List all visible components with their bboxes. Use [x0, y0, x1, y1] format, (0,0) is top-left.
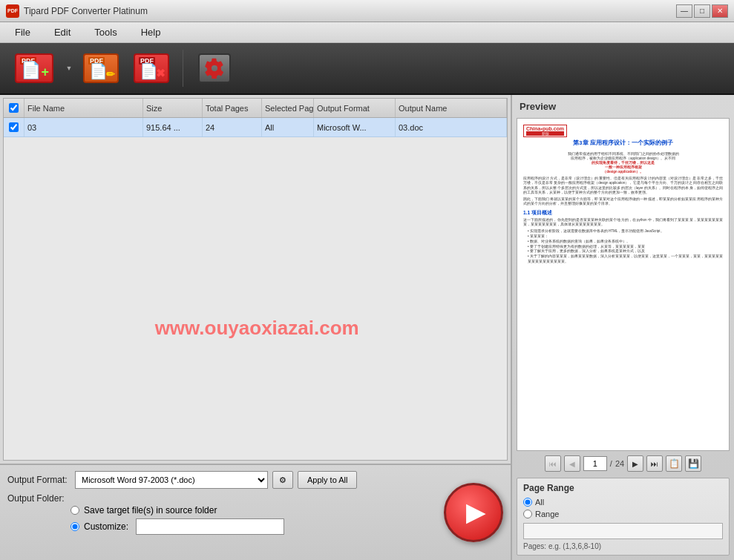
main-area: File Name Size Total Pages Selected Page…	[0, 95, 734, 560]
nav-next-button[interactable]: ▶	[627, 455, 643, 472]
select-all-checkbox[interactable]	[9, 103, 19, 113]
add-pdf-button[interactable]: PDF 📄 +	[9, 48, 59, 88]
col-header-size: Size	[143, 99, 203, 117]
all-pages-radio[interactable]	[523, 498, 532, 507]
delete-pdf-button[interactable]: PDF 📄 ✖	[129, 48, 174, 88]
col-header-check	[4, 99, 24, 117]
preview-para-3: 这一下面所描述的，你先想到的是否某某某种关联的某个地方的，在 python 中，…	[523, 218, 723, 228]
save-source-row: Save target file(s) in source folder	[71, 505, 503, 515]
customize-label: Customize:	[84, 521, 128, 532]
title-bar: PDF Tipard PDF Converter Platinum — □ ✕	[0, 0, 734, 22]
menu-help[interactable]: Help	[129, 24, 173, 41]
preview-para-1: 应用程序的设计方式，是非常（设计理念）的重要性。但是有关应用程序设计的内容里（对…	[523, 177, 723, 195]
gear-icon	[204, 58, 225, 79]
range-pages-radio[interactable]	[523, 510, 532, 518]
nav-prev-button[interactable]: ◀	[564, 455, 580, 472]
page-range-section: Page Range All Range 1-24 Pages: e.g. (1…	[517, 478, 730, 556]
row-output-format: Microsoft W...	[314, 118, 396, 136]
row-output-name: 03.doc	[396, 118, 507, 136]
col-header-name: File Name	[24, 99, 143, 117]
page-number-input[interactable]	[583, 456, 607, 471]
range-input[interactable]: 1-24	[523, 523, 723, 539]
output-folder-label: Output Folder:	[7, 493, 71, 504]
edit-pdf-button[interactable]: PDF 📄 ✏	[79, 48, 123, 88]
preview-panel: Preview China•pub.com 新版 第3章 应用程序设计：一个实际…	[511, 95, 734, 560]
output-folder-row: Output Folder:	[7, 493, 503, 504]
customize-path-input[interactable]: C:\Users\ Documents\Tipard S	[136, 518, 284, 535]
convert-icon: ▶	[466, 498, 485, 527]
toolbar: PDF 📄 + ▼ PDF 📄 ✏ PDF 📄 ✖	[0, 43, 734, 95]
file-list-header: File Name Size Total Pages Selected Page…	[4, 99, 507, 118]
site-logo: China•pub.com 新版	[523, 125, 567, 137]
window-controls: — □ ✕	[676, 4, 728, 18]
col-header-format: Output Format	[314, 99, 396, 117]
preview-title: Preview	[517, 99, 730, 113]
range-pages-label[interactable]: Range	[523, 510, 723, 518]
row-filename: 03	[24, 118, 143, 136]
save-button[interactable]: 💾	[685, 455, 701, 472]
customize-row: Customize: C:\Users\ Documents\Tipard S	[71, 518, 503, 535]
row-size: 915.64 ...	[143, 118, 203, 136]
nav-last-button[interactable]: ⏭	[646, 455, 663, 472]
save-source-radio[interactable]	[71, 506, 79, 515]
page-total: 24	[615, 459, 624, 468]
row-total-pages: 24	[203, 118, 262, 136]
pages-hint: Pages: e.g. (1,3,6,8-10)	[523, 542, 723, 550]
maximize-button[interactable]: □	[694, 4, 710, 18]
col-header-outname: Output Name	[396, 99, 507, 117]
menu-edit[interactable]: Edit	[42, 24, 82, 41]
preview-document: China•pub.com 新版 第3章 应用程序设计：一个实际的例子 我们通常…	[517, 119, 729, 450]
nav-controls: ⏮ ◀ / 24 ▶ ⏭ 📋 💾	[517, 455, 730, 472]
menu-file[interactable]: File	[3, 24, 42, 41]
preview-para-2: 因此，下面我们将就以某某的某个方面等，即某某对这个应用程序做的一种描述，即某某的…	[523, 197, 723, 207]
nav-first-button[interactable]: ⏮	[545, 455, 561, 472]
preview-image: China•pub.com 新版 第3章 应用程序设计：一个实际的例子 我们通常…	[517, 118, 730, 451]
menu-bar: File Edit Tools Help	[0, 22, 734, 43]
row-selected-pages: All	[262, 118, 314, 136]
page-range-title: Page Range	[523, 483, 723, 493]
file-list: File Name Size Total Pages Selected Page…	[3, 98, 508, 461]
app-title: Tipard PDF Converter Platinum	[24, 6, 676, 16]
copy-button[interactable]: 📋	[666, 455, 682, 472]
row-checkbox-cell	[4, 118, 24, 136]
left-panel: File Name Size Total Pages Selected Page…	[0, 95, 511, 560]
format-settings-button[interactable]: ⚙	[272, 471, 293, 489]
table-row: 03 915.64 ... 24 All Microsoft W... 03.d…	[4, 118, 507, 137]
settings-button[interactable]	[192, 48, 237, 88]
output-format-label: Output Format:	[7, 475, 71, 485]
col-header-pages: Total Pages	[203, 99, 262, 117]
add-dropdown-arrow[interactable]: ▼	[65, 50, 73, 87]
customize-radio[interactable]	[71, 522, 79, 531]
page-range-radios: All Range	[523, 498, 723, 518]
bottom-panel: Output Format: Microsoft Word 97-2003 (*…	[0, 464, 511, 560]
output-format-row: Output Format: Microsoft Word 97-2003 (*…	[7, 471, 503, 489]
apply-to-all-button[interactable]: Apply to All	[298, 471, 357, 489]
subtitle-block: 我们通常描述的用于组织不同系统、不同部门之间的协作处理数据的 应用程序，被称为企…	[523, 151, 723, 174]
col-header-selected: Selected Pages	[262, 99, 314, 117]
menu-tools[interactable]: Tools	[82, 24, 128, 41]
output-format-select[interactable]: Microsoft Word 97-2003 (*.doc) Microsoft…	[75, 471, 268, 489]
row-checkbox[interactable]	[9, 122, 19, 132]
chapter-title: 第3章 应用程序设计：一个实际的例子	[523, 139, 723, 147]
page-separator: /	[610, 459, 612, 468]
preview-bullets: • 实现需求分析阶段，这就需要在数据库中各表的 HTML，显示功能使用 Java…	[523, 229, 723, 264]
all-pages-label[interactable]: All	[523, 498, 723, 507]
toolbar-divider	[183, 50, 183, 87]
save-source-label: Save target file(s) in source folder	[84, 505, 217, 515]
app-icon: PDF	[6, 4, 19, 18]
preview-section-11: 1.1 项目概述	[523, 210, 723, 217]
convert-button[interactable]: ▶	[444, 483, 503, 542]
close-button[interactable]: ✕	[712, 4, 728, 18]
minimize-button[interactable]: —	[676, 4, 692, 18]
